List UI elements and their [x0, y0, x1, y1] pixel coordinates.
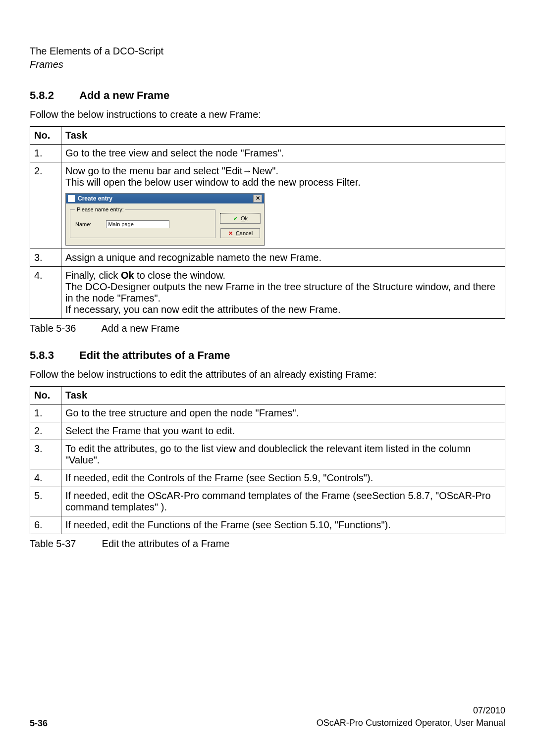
dialog-app-icon — [68, 195, 75, 202]
cell-task: If needed, edit the OScAR-Pro command te… — [61, 487, 505, 516]
table-row: 6. If needed, edit the Functions of the … — [30, 516, 505, 534]
name-input[interactable] — [106, 220, 169, 228]
table-row: 2. Select the Frame that you want to edi… — [30, 422, 505, 440]
cell-text-line: If necessary, you can now edit the attri… — [65, 304, 501, 315]
dialog-button-column: ✓ Ok ✕ Cancel — [220, 206, 260, 238]
th-no: No. — [30, 127, 61, 145]
cell-no: 3. — [30, 249, 61, 267]
cancel-label: Cancel — [236, 230, 253, 236]
cancel-button[interactable]: ✕ Cancel — [220, 228, 260, 238]
footer-right: 07/2010 OScAR-Pro Customized Operator, U… — [317, 705, 505, 729]
create-entry-dialog: Create entry ✕ Please name entry: Name: — [65, 193, 265, 246]
page-footer: 5-36 07/2010 OScAR-Pro Customized Operat… — [30, 705, 505, 729]
table-row: 1. Go to the tree structure and open the… — [30, 404, 505, 422]
cell-task: Finally, click Ok to close the window. T… — [61, 267, 505, 319]
section-number: 5.8.2 — [30, 89, 79, 102]
cell-no: 3. — [30, 440, 61, 469]
cell-text-line: This will open the below user window to … — [65, 177, 501, 188]
section1-intro: Follow the below instructions to create … — [30, 109, 505, 120]
name-label-ul: N — [75, 221, 79, 227]
caption-label: Table 5-37 — [30, 538, 99, 550]
footer-doc: OScAR-Pro Customized Operator, User Manu… — [317, 717, 505, 729]
cell-task: Now go to the menu bar and select "Edit→… — [61, 162, 505, 249]
cell-text-line: The DCO-Designer outputs the new Frame i… — [65, 281, 501, 304]
running-header-subtitle: Frames — [30, 58, 505, 71]
cancel-rest: ancel — [240, 230, 253, 236]
table-caption-537: Table 5-37 Edit the attributes of a Fram… — [30, 538, 505, 550]
th-no: No. — [30, 387, 61, 404]
cell-text-line: Now go to the menu bar and select "Edit→… — [65, 165, 501, 177]
x-icon: ✕ — [228, 230, 234, 236]
section-heading-582: 5.8.2 Add a new Frame — [30, 89, 505, 102]
r4a-pre: Finally, click — [65, 270, 121, 281]
running-header-title: The Elements of a DCO-Script — [30, 45, 505, 58]
th-task: Task — [61, 387, 505, 404]
dialog-body: Please name entry: Name: ✓ Ok — [66, 203, 264, 245]
r4a-bold: Ok — [121, 270, 134, 281]
table-caption-536: Table 5-36 Add a new Frame — [30, 323, 505, 334]
cell-no: 1. — [30, 145, 61, 162]
table-row: 3. Assign a unique and recognizable name… — [30, 249, 505, 267]
name-label: Name: — [75, 221, 91, 227]
dialog-legend: Please name entry: — [75, 206, 125, 212]
running-header: The Elements of a DCO-Script Frames — [30, 45, 505, 71]
section-title: Add a new Frame — [79, 89, 169, 102]
cell-no: 6. — [30, 516, 61, 534]
cell-no: 2. — [30, 162, 61, 249]
cell-task: If needed, edit the Controls of the Fram… — [61, 469, 505, 487]
table-header-row: No. Task — [30, 127, 505, 145]
table-row: 2. Now go to the menu bar and select "Ed… — [30, 162, 505, 249]
cell-task: Go to the tree structure and open the no… — [61, 404, 505, 422]
caption-label: Table 5-36 — [30, 323, 99, 334]
page: The Elements of a DCO-Script Frames 5.8.… — [0, 0, 535, 756]
cell-no: 2. — [30, 422, 61, 440]
section-title: Edit the attributes of a Frame — [79, 349, 230, 362]
table-row: 5. If needed, edit the OScAR-Pro command… — [30, 487, 505, 516]
check-icon: ✓ — [233, 215, 239, 221]
caption-text: Edit the attributes of a Frame — [102, 538, 230, 549]
section-heading-583: 5.8.3 Edit the attributes of a Frame — [30, 349, 505, 362]
cell-no: 5. — [30, 487, 61, 516]
table-row: 4. If needed, edit the Controls of the F… — [30, 469, 505, 487]
section-number: 5.8.3 — [30, 349, 79, 362]
ok-label: Ok — [241, 215, 248, 221]
cell-text-line: Finally, click Ok to close the window. — [65, 270, 501, 281]
table-row: 3. To edit the attributes, go to the lis… — [30, 440, 505, 469]
cell-task: Assign a unique and recognizable nameto … — [61, 249, 505, 267]
cell-no: 1. — [30, 404, 61, 422]
cell-no: 4. — [30, 267, 61, 319]
cell-task: To edit the attributes, go to the list v… — [61, 440, 505, 469]
dialog-titlebar: Create entry ✕ — [66, 194, 264, 203]
caption-text: Add a new Frame — [101, 323, 179, 334]
page-number: 5-36 — [30, 718, 48, 729]
name-label-rest: ame: — [79, 221, 91, 227]
cell-no: 4. — [30, 469, 61, 487]
close-icon[interactable]: ✕ — [253, 195, 262, 202]
dialog-name-row: Name: — [75, 220, 210, 228]
table-row: 1. Go to the tree view and select the no… — [30, 145, 505, 162]
cell-task: Select the Frame that you want to edit. — [61, 422, 505, 440]
ok-ul: O — [241, 215, 245, 221]
cell-task: Go to the tree view and select the node … — [61, 145, 505, 162]
table-header-row: No. Task — [30, 387, 505, 404]
dialog-fieldset: Please name entry: Name: — [70, 206, 215, 238]
th-task: Task — [61, 127, 505, 145]
footer-date: 07/2010 — [317, 705, 505, 716]
r4a-post: to close the window. — [134, 270, 226, 281]
ok-button[interactable]: ✓ Ok — [220, 213, 260, 223]
table-row: 4. Finally, click Ok to close the window… — [30, 267, 505, 319]
ok-rest: k — [245, 215, 248, 221]
table-add-frame: No. Task 1. Go to the tree view and sele… — [30, 126, 505, 319]
dialog-title: Create entry — [78, 195, 253, 202]
section2-intro: Follow the below instructions to edit th… — [30, 369, 505, 380]
cell-task: If needed, edit the Functions of the Fra… — [61, 516, 505, 534]
table-edit-frame: No. Task 1. Go to the tree structure and… — [30, 386, 505, 534]
cancel-ul: C — [236, 230, 240, 236]
